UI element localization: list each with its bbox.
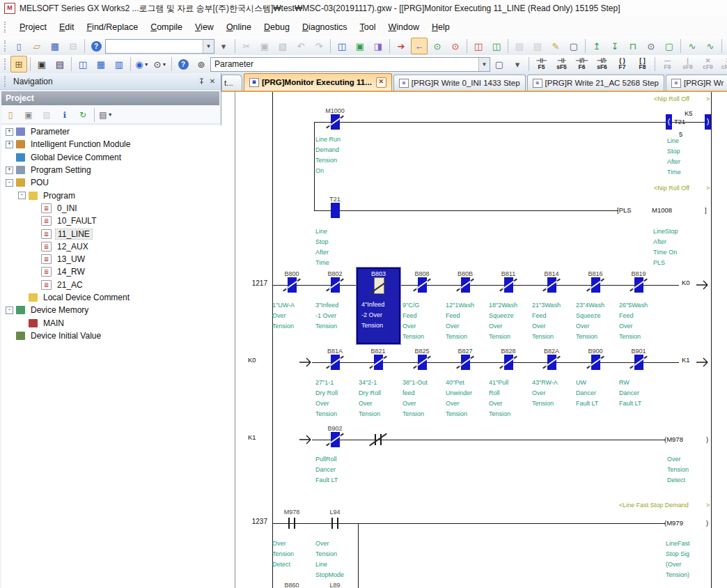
read-from-plc-button[interactable]: ←: [411, 38, 428, 54]
save-project-button[interactable]: ▦: [47, 38, 63, 54]
tree-item-main[interactable]: MAIN: [1, 316, 221, 329]
new-window-button[interactable]: ▢: [491, 56, 508, 72]
tree-item-parameter[interactable]: +Parameter: [1, 125, 221, 138]
nav-new-data-button[interactable]: ▯: [2, 107, 19, 123]
ladder-symbol-sf6-button[interactable]: ⊣/⊦sF6: [592, 56, 612, 72]
coil-t21[interactable]: (: [666, 114, 672, 130]
tree-expander-icon[interactable]: -: [6, 179, 13, 187]
device-display-button-dropdown-icon[interactable]: ▼: [144, 62, 149, 67]
tree-item-11-line[interactable]: ≣11_LINE: [1, 227, 221, 240]
menu-diagnostics[interactable]: Diagnostics: [296, 20, 354, 35]
combobox-dropdown-icon[interactable]: ▼: [478, 58, 490, 71]
tree-item-device-initial-value[interactable]: Device Initial Value: [1, 330, 221, 342]
close-icon[interactable]: ✕: [207, 76, 218, 86]
monitor-condition-button[interactable]: ⊙: [643, 38, 659, 54]
menu-compile[interactable]: Compile: [144, 20, 189, 35]
remote-operation-button[interactable]: ⊙: [447, 38, 464, 54]
menu-help[interactable]: Help: [425, 20, 456, 35]
tree-item-device-memory[interactable]: -Device Memory: [1, 304, 221, 316]
cross-reference-button[interactable]: ⊚: [193, 56, 210, 72]
tab--prg-r-wr[interactable]: ≣[PRG]R Wr: [666, 75, 727, 91]
edit-document-button[interactable]: ✎: [547, 38, 564, 54]
ladder-symbol-f7-button[interactable]: ( )F7: [612, 56, 632, 72]
coil-t21[interactable]: ): [705, 114, 711, 130]
menu-debug[interactable]: Debug: [258, 20, 296, 35]
device-read-button[interactable]: ◫: [488, 38, 505, 54]
pin-icon[interactable]: [196, 76, 207, 86]
device-search-button-dropdown-icon[interactable]: ▼: [162, 62, 166, 67]
tree-expander-icon[interactable]: -: [6, 307, 13, 314]
contact-m978[interactable]: [294, 518, 295, 529]
toolbar1-more-button[interactable]: ▾: [215, 38, 232, 54]
tree-item-0-ini[interactable]: ≣0_INI: [1, 202, 221, 215]
tab--prg-r-write-21-ac-5268-step[interactable]: ≣[PRG]R Write 21_AC 5268 Step: [527, 75, 664, 91]
nav-data-info-button[interactable]: ℹ: [56, 107, 73, 123]
ladder-symbol-f6-button[interactable]: ⊣/⊢F6: [572, 56, 592, 72]
combobox-dropdown-icon[interactable]: ▼: [203, 40, 214, 53]
contact-l94[interactable]: [331, 518, 333, 529]
tree-item-program-setting[interactable]: +Program Setting: [1, 164, 221, 176]
menu-window[interactable]: Window: [382, 20, 425, 35]
ladder-symbol-sf5-button[interactable]: ⊣⊦sF5: [552, 56, 572, 72]
device-search-button[interactable]: ⊙▼: [152, 56, 169, 72]
toolbar-combobox[interactable]: ▼: [105, 39, 214, 54]
ladder-canvas[interactable]: 12171237K0K0K1K1<Nip Roll Off><Nip Roll …: [235, 92, 727, 588]
tree-item-local-device-comment[interactable]: Local Device Comment: [1, 291, 221, 304]
work-window-button[interactable]: ▤: [52, 56, 68, 72]
navigation-toggle-button[interactable]: ⊞: [10, 56, 27, 72]
tree-item-global-device-comment[interactable]: Global Device Comment: [1, 151, 221, 164]
start-monitor-button[interactable]: ↧: [607, 38, 623, 54]
device-init-button[interactable]: ▥: [111, 56, 127, 72]
entry-data-monitor-button[interactable]: ∿: [684, 38, 701, 54]
device-comment-list-button[interactable]: ◫: [75, 56, 91, 72]
tree-item-intelligent-function-module[interactable]: +Intelligent Function Module: [1, 138, 221, 150]
start-monitor-all-button[interactable]: ↥: [588, 38, 605, 54]
tree-item-14-rw[interactable]: ≣14_RW: [1, 265, 221, 278]
sampling-trace-button[interactable]: ∿: [702, 38, 719, 54]
tree-expander-icon[interactable]: +: [6, 128, 13, 136]
menu-project[interactable]: Project: [13, 20, 53, 35]
device-write-button[interactable]: ◫: [470, 38, 487, 54]
tree-expander-icon[interactable]: +: [6, 167, 13, 174]
new-project-button[interactable]: ▯: [10, 38, 27, 54]
device-test-button[interactable]: ◨: [370, 38, 386, 54]
toolbar-combobox[interactable]: Parameter▼: [210, 57, 490, 72]
nav-sort-button[interactable]: ▤▼: [97, 107, 114, 123]
write-to-plc-button[interactable]: ➔: [393, 38, 409, 54]
tree-item-10-fault[interactable]: ≣10_FAULT: [1, 215, 221, 227]
monitor-capture-button[interactable]: ▢: [661, 38, 678, 54]
instruction-pls[interactable]: [PLS: [617, 206, 632, 214]
pc-monitor-button[interactable]: ▢: [565, 38, 582, 54]
coil-m979[interactable]: ): [706, 519, 708, 527]
ladder-monitor-button[interactable]: ▣: [352, 38, 368, 54]
device-comment-button[interactable]: ◫: [334, 38, 350, 54]
menu-edit[interactable]: Edit: [53, 20, 81, 35]
contact-l94[interactable]: [337, 518, 338, 529]
help2-button[interactable]: ?: [175, 56, 191, 72]
menu-tool[interactable]: Tool: [354, 20, 382, 35]
device-memory-button[interactable]: ▦: [93, 56, 109, 72]
coil-m978[interactable]: ): [706, 435, 708, 443]
menu-online[interactable]: Online: [220, 20, 258, 35]
verify-with-plc-button[interactable]: ⊙: [429, 38, 446, 54]
contact-t21[interactable]: [331, 203, 340, 218]
nav-copy-button[interactable]: ▣: [20, 107, 37, 123]
tree-expander-icon[interactable]: +: [6, 141, 13, 148]
ladder-symbol-f8-button[interactable]: [ ]F8: [632, 56, 652, 72]
tab-t-[interactable]: t...: [221, 75, 242, 91]
tree-item-13-uw[interactable]: ≣13_UW: [1, 253, 221, 265]
open-project-button[interactable]: ▱: [29, 38, 45, 54]
menu-find-replace[interactable]: Find/Replace: [80, 20, 144, 35]
toolbar2-more-button[interactable]: ▾: [509, 56, 526, 72]
tree-item-12-aux[interactable]: ≣12_AUX: [1, 240, 221, 253]
nav-sort-button-dropdown-icon[interactable]: ▼: [108, 112, 113, 117]
nav-refresh-button[interactable]: ↻: [75, 107, 91, 123]
tab-close-icon[interactable]: ✕: [376, 77, 386, 88]
tab--prg-r-write-0-ini-1433-step[interactable]: ≣[PRG]R Write 0_INI 1433 Step: [393, 75, 526, 91]
device-display-button[interactable]: ◉▼: [134, 56, 150, 72]
ladder-symbol-f5-button[interactable]: ⊣⊢F5: [531, 56, 552, 72]
contact-m978[interactable]: [288, 518, 290, 529]
module-configuration-button[interactable]: ▣: [33, 56, 50, 72]
stop-monitor-button[interactable]: ⊓: [625, 38, 641, 54]
coil-m978[interactable]: (M978: [664, 435, 683, 443]
